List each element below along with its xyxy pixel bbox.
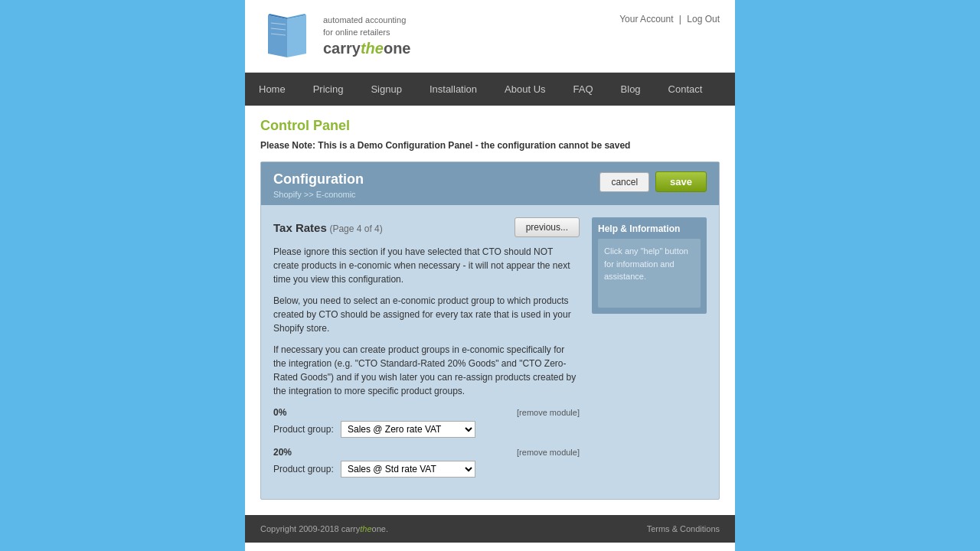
main-nav: Home Pricing Signup Installation About U…: [245, 73, 735, 106]
config-box: Configuration Shopify >> E-conomic cance…: [260, 161, 720, 500]
previous-button[interactable]: previous...: [514, 217, 580, 237]
tax-rate-20-row: 20% [remove module]: [273, 447, 580, 458]
product-group-0-select[interactable]: Sales @ Zero rate VAT Sales @ Std rate V…: [341, 421, 475, 438]
header: automated accounting for online retailer…: [245, 0, 735, 73]
logo-text-area: automated accounting for online retailer…: [323, 15, 411, 57]
help-content: Click any "help" button for information …: [598, 239, 701, 308]
para3: If necessary you can create product grou…: [273, 343, 580, 398]
header-sep: |: [679, 14, 681, 24]
config-title: Configuration: [273, 171, 364, 187]
section-title: Tax Rates: [273, 221, 327, 234]
config-breadcrumb: Shopify >> E-conomic: [273, 190, 364, 199]
nav-home[interactable]: Home: [245, 73, 299, 106]
tax-rate-0-row: 0% [remove module]: [273, 407, 580, 418]
product-group-20-select[interactable]: Sales @ Zero rate VAT Sales @ Std rate V…: [341, 461, 475, 478]
nav-contact[interactable]: Contact: [655, 73, 717, 106]
your-account-link[interactable]: Your Account: [619, 14, 673, 24]
nav-about-us[interactable]: About Us: [491, 73, 559, 106]
para2: Below, you need to select an e-conomic p…: [273, 294, 580, 335]
nav-installation[interactable]: Installation: [416, 73, 491, 106]
tax-rate-20-label: 20%: [273, 447, 292, 458]
main-content: Control Panel Please Note: This is a Dem…: [245, 106, 735, 515]
cancel-button[interactable]: cancel: [599, 172, 649, 192]
header-links: Your Account | Log Out: [619, 8, 720, 24]
section-title-area: Tax Rates (Page 4 of 4): [273, 221, 383, 234]
terms-link[interactable]: Terms & Conditions: [647, 524, 720, 533]
tax-rate-0-label: 0%: [273, 407, 286, 418]
log-out-link[interactable]: Log Out: [687, 14, 720, 24]
logo-icon: [260, 11, 314, 61]
config-body: Tax Rates (Page 4 of 4) previous... Plea…: [261, 205, 719, 499]
svg-marker-0: [268, 15, 287, 57]
config-title-area: Configuration Shopify >> E-conomic: [273, 171, 364, 199]
svg-marker-1: [287, 15, 306, 57]
section-header: Tax Rates (Page 4 of 4) previous...: [273, 217, 580, 237]
nav-signup[interactable]: Signup: [357, 73, 415, 106]
remove-20-link[interactable]: [remove module]: [517, 448, 580, 457]
footer: Copyright 2009-2018 carrytheone. Terms &…: [245, 515, 735, 543]
config-sidebar: Help & Information Click any "help" butt…: [592, 217, 707, 487]
section-page: (Page 4 of 4): [329, 223, 382, 234]
product-group-0-label: Product group:: [273, 424, 335, 435]
product-group-0-row: Product group: Sales @ Zero rate VAT Sal…: [273, 421, 580, 438]
product-group-20-label: Product group:: [273, 464, 335, 474]
save-button[interactable]: save: [655, 171, 707, 192]
help-box: Help & Information Click any "help" butt…: [592, 217, 707, 314]
config-header: Configuration Shopify >> E-conomic cance…: [261, 162, 719, 205]
footer-copyright: Copyright 2009-2018 carrytheone.: [260, 524, 388, 533]
logo-area: automated accounting for online retailer…: [260, 11, 411, 61]
nav-blog[interactable]: Blog: [607, 73, 655, 106]
para1: Please ignore this section if you have s…: [273, 245, 580, 286]
config-actions: cancel save: [599, 171, 707, 192]
config-main: Tax Rates (Page 4 of 4) previous... Plea…: [273, 217, 580, 487]
help-title: Help & Information: [598, 223, 701, 234]
remove-0-link[interactable]: [remove module]: [517, 408, 580, 417]
demo-notice: Please Note: This is a Demo Configuratio…: [260, 140, 720, 151]
logo-tagline: automated accounting for online retailer…: [323, 15, 411, 38]
product-group-20-row: Product group: Sales @ Zero rate VAT Sal…: [273, 461, 580, 478]
control-panel-title: Control Panel: [260, 118, 720, 134]
nav-pricing[interactable]: Pricing: [299, 73, 358, 106]
logo-name: carrytheone: [323, 40, 411, 57]
nav-faq[interactable]: FAQ: [560, 73, 607, 106]
tax-rate-20: 20% [remove module] Product group: Sales…: [273, 447, 580, 478]
tax-rate-0: 0% [remove module] Product group: Sales …: [273, 407, 580, 438]
